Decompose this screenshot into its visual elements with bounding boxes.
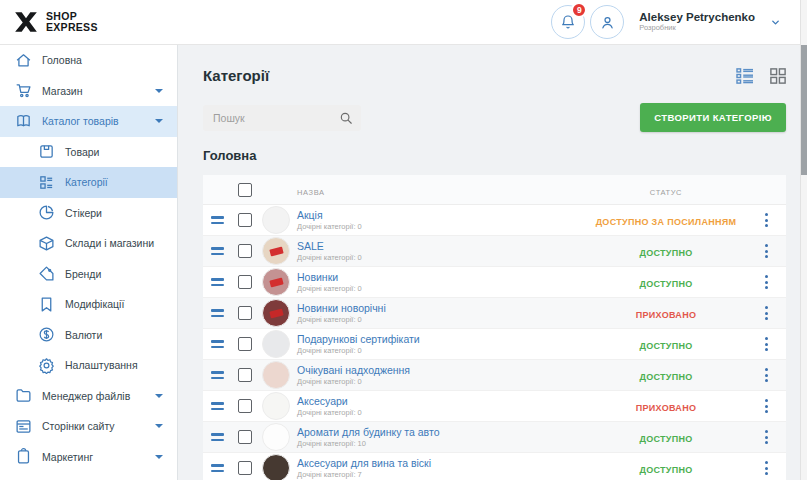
chevron-down-icon bbox=[155, 394, 163, 398]
create-category-button[interactable]: СТВОРИТИ КАТЕГОРІЮ bbox=[640, 103, 786, 132]
sticker-icon bbox=[38, 204, 55, 221]
category-thumbnail bbox=[262, 361, 290, 389]
children-count: Дочірні категорії: 0 bbox=[297, 408, 586, 417]
sidebar-item-marketing[interactable]: Маркетинг bbox=[0, 442, 177, 473]
table-row: Очікувані надходження Дочірні категорії:… bbox=[203, 360, 786, 391]
sidebar-item-catalog[interactable]: Каталог товарів bbox=[0, 106, 177, 137]
brand-icon bbox=[38, 265, 55, 282]
row-menu-button[interactable] bbox=[762, 458, 771, 478]
chevron-down-icon bbox=[155, 119, 163, 123]
category-name-link[interactable]: Новинки новорічні bbox=[297, 302, 586, 315]
scrollbar-track[interactable] bbox=[800, 0, 807, 480]
drag-handle[interactable] bbox=[211, 402, 224, 410]
category-name-link[interactable]: Аксесуари bbox=[297, 395, 586, 408]
row-menu-button[interactable] bbox=[762, 272, 771, 292]
category-name-link[interactable]: SALE bbox=[297, 240, 586, 253]
sidebar-item-home[interactable]: Головна bbox=[0, 45, 177, 76]
status-label: ДОСТУПНО bbox=[639, 465, 692, 475]
drag-handle[interactable] bbox=[211, 464, 224, 472]
folder-icon bbox=[15, 387, 32, 404]
row-checkbox[interactable] bbox=[238, 430, 252, 444]
warehouse-icon bbox=[38, 235, 55, 252]
column-header-status: СТАТУС bbox=[650, 188, 682, 197]
search-input[interactable] bbox=[203, 105, 361, 131]
sidebar-item-modifications[interactable]: Модифікації bbox=[0, 289, 177, 320]
status-label: ПРИХОВАНО bbox=[636, 310, 696, 320]
sidebar-item-stickers[interactable]: Стікери bbox=[0, 198, 177, 229]
grid-view-icon bbox=[770, 68, 786, 84]
status-label: ПРИХОВАНО bbox=[636, 403, 696, 413]
bookmark-icon bbox=[38, 296, 55, 313]
section-title: Головна bbox=[203, 148, 786, 163]
category-thumbnail bbox=[262, 423, 290, 451]
sidebar-item-brands[interactable]: Бренди bbox=[0, 259, 177, 290]
children-count: Дочірні категорії: 10 bbox=[297, 439, 586, 448]
sidebar-item-products[interactable]: Товари bbox=[0, 137, 177, 168]
user-menu-chevron-icon[interactable] bbox=[770, 17, 781, 28]
chevron-down-icon bbox=[155, 89, 163, 93]
list-view-toggle[interactable] bbox=[736, 68, 754, 84]
category-name-link[interactable]: Подарункові сертифікати bbox=[297, 333, 586, 346]
drag-handle[interactable] bbox=[211, 433, 224, 441]
scrollbar-thumb[interactable] bbox=[801, 45, 807, 175]
grid-view-toggle[interactable] bbox=[770, 68, 786, 84]
category-name-link[interactable]: Новинки bbox=[297, 271, 586, 284]
row-checkbox[interactable] bbox=[238, 337, 252, 351]
page-title: Категорії bbox=[203, 67, 269, 84]
status-label: ДОСТУПНО bbox=[639, 434, 692, 444]
row-checkbox[interactable] bbox=[238, 244, 252, 258]
row-menu-button[interactable] bbox=[762, 241, 771, 261]
drag-handle[interactable] bbox=[211, 278, 224, 286]
row-checkbox[interactable] bbox=[238, 306, 252, 320]
table-row: Аромати для будинку та авто Дочірні кате… bbox=[203, 422, 786, 453]
sidebar-item-label: Склади і магазини bbox=[65, 237, 154, 249]
chevron-down-icon bbox=[155, 424, 163, 428]
sidebar-item-label: Стікери bbox=[65, 207, 102, 219]
row-menu-button[interactable] bbox=[762, 427, 771, 447]
category-name-link[interactable]: Очікувані надходження bbox=[297, 364, 586, 377]
row-menu-button[interactable] bbox=[762, 365, 771, 385]
row-menu-button[interactable] bbox=[762, 396, 771, 416]
sidebar-item-shop[interactable]: Магазин bbox=[0, 76, 177, 107]
table-row: Новинки Дочірні категорії: 0 ДОСТУПНО bbox=[203, 267, 786, 298]
category-thumbnail bbox=[262, 454, 290, 480]
status-label: ДОСТУПНО bbox=[639, 341, 692, 351]
search-icon bbox=[339, 111, 353, 125]
sidebar-item-warehouses[interactable]: Склади і магазини bbox=[0, 228, 177, 259]
sidebar-item-label: Категорії bbox=[65, 176, 108, 188]
category-name-link[interactable]: Аромати для будинку та авто bbox=[297, 426, 586, 439]
user-icon bbox=[599, 14, 616, 31]
sidebar-item-settings[interactable]: Налаштування bbox=[0, 350, 177, 381]
category-name-link[interactable]: Акція bbox=[297, 209, 586, 222]
row-checkbox[interactable] bbox=[238, 368, 252, 382]
avatar[interactable] bbox=[590, 5, 624, 39]
notifications-button[interactable]: 9 bbox=[551, 5, 585, 39]
sidebar-item-file-manager[interactable]: Менеджер файлів bbox=[0, 381, 177, 412]
sidebar-item-categories[interactable]: Категорії bbox=[0, 167, 177, 198]
category-thumbnail bbox=[262, 237, 290, 265]
drag-handle[interactable] bbox=[211, 247, 224, 255]
drag-handle[interactable] bbox=[211, 371, 224, 379]
drag-handle[interactable] bbox=[211, 340, 224, 348]
row-checkbox[interactable] bbox=[238, 213, 252, 227]
category-name-link[interactable]: Аксесуари для вина та віскі bbox=[297, 457, 586, 470]
user-info[interactable]: Aleksey Petrychenko Розробник bbox=[639, 11, 755, 33]
row-checkbox[interactable] bbox=[238, 275, 252, 289]
sidebar-item-site-pages[interactable]: Сторінки сайту bbox=[0, 411, 177, 442]
row-checkbox[interactable] bbox=[238, 461, 252, 475]
main-content: Категорії bbox=[178, 45, 800, 480]
row-menu-button[interactable] bbox=[762, 334, 771, 354]
sidebar-item-label: Товари bbox=[65, 146, 99, 158]
select-all-checkbox[interactable] bbox=[238, 183, 252, 197]
sidebar-item-label: Сторінки сайту bbox=[42, 420, 115, 432]
drag-handle[interactable] bbox=[211, 216, 224, 224]
status-label: ДОСТУПНО bbox=[639, 248, 692, 258]
children-count: Дочірні категорії: 0 bbox=[297, 315, 586, 324]
shop-express-logo-icon bbox=[13, 9, 39, 35]
row-menu-button[interactable] bbox=[762, 210, 771, 230]
sidebar-item-label: Каталог товарів bbox=[42, 115, 119, 127]
sidebar-item-currencies[interactable]: Валюти bbox=[0, 320, 177, 351]
drag-handle[interactable] bbox=[211, 309, 224, 317]
row-checkbox[interactable] bbox=[238, 399, 252, 413]
row-menu-button[interactable] bbox=[762, 303, 771, 323]
